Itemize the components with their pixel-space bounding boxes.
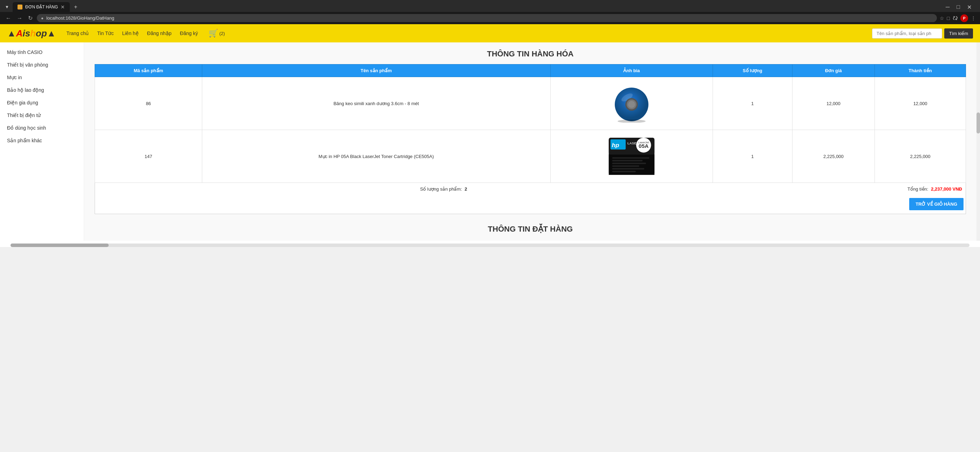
order-table: Mã sản phẩm Tên sản phẩm Ảnh bìa Số lượn…	[95, 64, 966, 214]
nav-dangky[interactable]: Đăng ký	[180, 30, 198, 36]
nav-dangnhap[interactable]: Đăng nhập	[147, 30, 172, 36]
url-text: localhost:1628/GioHang/DatHang	[46, 16, 114, 21]
col-ma-san-pham: Mã sản phẩm	[95, 64, 202, 77]
total-value: 2,237,000 VNĐ	[931, 186, 962, 192]
tab-bar: ▼ 🛒 ĐƠN ĐẶT HÀNG ✕ + ─ □ ✕	[0, 0, 980, 12]
content-layout: Máy tính CASIO Thiết bị văn phòng Mực in…	[0, 42, 980, 241]
horizontal-scrollbar[interactable]	[11, 244, 969, 247]
new-tab-btn[interactable]: +	[71, 2, 80, 11]
site-logo[interactable]: ▲Aishop▲	[7, 28, 56, 39]
search-button[interactable]: Tìm kiếm	[944, 29, 973, 38]
minimize-btn[interactable]: ─	[943, 3, 952, 11]
sidebar-item-thietbivanphong[interactable]: Thiết bị văn phòng	[0, 59, 84, 71]
url-box[interactable]: ● localhost:1628/GioHang/DatHang	[37, 14, 937, 22]
forward-btn[interactable]: →	[16, 14, 24, 22]
cell-id-2: 147	[95, 130, 202, 183]
tab-dropdown-btn[interactable]: ▼	[3, 3, 11, 11]
sidebar-item-thietbidientu[interactable]: Thiết bị điện tử	[0, 109, 84, 122]
address-bar: ← → ↻ ● localhost:1628/GioHang/DatHang ☆…	[0, 12, 980, 24]
col-so-luong: Số lượng	[713, 64, 792, 77]
col-thanh-tien: Thành tiền	[875, 64, 966, 77]
nav-trangchu[interactable]: Trang chủ	[67, 30, 89, 36]
svg-point-5	[617, 119, 646, 123]
product-count-label: Số lượng sản phẩm:	[420, 186, 462, 192]
lock-icon: ●	[41, 16, 43, 21]
browser-chrome: ▼ 🛒 ĐƠN ĐẶT HÀNG ✕ + ─ □ ✕ ← → ↻ ● local…	[0, 0, 980, 24]
cell-name-1: Băng keo simili xanh dương 3.6cm - 8 mét	[202, 77, 550, 130]
sidebar-item-baoholaodong[interactable]: Bảo hộ lao động	[0, 84, 84, 96]
sidebar: Máy tính CASIO Thiết bị văn phòng Mực in…	[0, 42, 84, 241]
tab-close-btn[interactable]: ✕	[60, 4, 65, 10]
cart-count: (2)	[220, 31, 225, 36]
sidebar-item-sanphamkhac[interactable]: Sản phẩm khác	[0, 134, 84, 147]
table-row: 147 Mực in HP 05A Black LaserJet Toner C…	[95, 130, 966, 183]
svg-rect-16	[612, 160, 643, 162]
summary-row: Số lượng sản phẩm: 2 Tổng tiền: 2,237,00…	[95, 183, 966, 196]
cell-name-2: Mực in HP 05A Black LaserJet Toner Cartr…	[202, 130, 550, 183]
menu-icon[interactable]: ⋮	[971, 16, 976, 21]
main-nav: Trang chủ Tin Tức Liên hệ Đăng nhập Đăng…	[67, 30, 198, 36]
cart-icon-symbol: 🛒	[208, 29, 218, 38]
page-wrapper: ▲Aishop▲ Trang chủ Tin Tức Liên hệ Đăng …	[0, 24, 980, 247]
cell-qty-2: 1	[713, 130, 792, 183]
svg-text:05A: 05A	[639, 143, 648, 149]
product-count-area: Số lượng sản phẩm: 2	[95, 183, 792, 196]
cell-unit-2: 2,225,000	[792, 130, 875, 183]
cell-img-1	[550, 77, 713, 130]
active-tab[interactable]: 🛒 ĐƠN ĐẶT HÀNG ✕	[13, 2, 70, 12]
window-controls: ─ □ ✕	[943, 3, 977, 11]
bookmark-icon[interactable]: ☆	[940, 16, 944, 21]
search-area: Tìm kiếm	[872, 29, 973, 38]
main-content: THÔNG TIN HÀNG HÓA Mã sản phẩm Tên sản p…	[84, 42, 977, 241]
refresh-btn[interactable]: ↻	[27, 14, 34, 22]
nav-lienhe[interactable]: Liên hệ	[122, 30, 138, 36]
tab-favicon: 🛒	[18, 5, 22, 10]
extension-icon[interactable]: 🗘	[953, 16, 958, 21]
total-label: Tổng tiền:	[907, 186, 928, 192]
svg-rect-19	[612, 168, 644, 170]
svg-text:hp: hp	[612, 142, 619, 148]
scrollbar-thumb[interactable]	[977, 113, 980, 134]
nav-tintuc[interactable]: Tin Tức	[97, 30, 114, 36]
svg-rect-15	[612, 157, 649, 159]
sidebar-item-dodunghocsinh[interactable]: Đồ dùng học sinh	[0, 122, 84, 134]
sidebar-item-mucin[interactable]: Mực in	[0, 71, 84, 84]
back-to-cart-btn[interactable]: TRỞ VỀ GIỎ HÀNG	[909, 198, 964, 210]
toner-image: hp LASERJET LaserJet 05A	[607, 134, 656, 179]
svg-point-4	[628, 101, 635, 108]
search-input[interactable]	[872, 29, 942, 38]
toner-svg: hp LASERJET LaserJet 05A	[607, 134, 656, 179]
svg-rect-18	[612, 166, 639, 167]
tape-svg	[612, 84, 651, 123]
profile-btn[interactable]: P	[960, 14, 968, 22]
cart-btn[interactable]: 🛒 (2)	[208, 29, 225, 38]
back-btn[interactable]: ←	[4, 14, 13, 22]
vertical-scrollbar[interactable]	[977, 42, 980, 241]
col-ten-san-pham: Tên sản phẩm	[202, 64, 550, 77]
cell-unit-1: 12,000	[792, 77, 875, 130]
tape-image	[611, 81, 652, 126]
back-btn-row: TRỞ VỀ GIỎ HÀNG	[95, 195, 966, 214]
site-header: ▲Aishop▲ Trang chủ Tin Tức Liên hệ Đăng …	[0, 24, 980, 42]
svg-rect-17	[612, 162, 646, 164]
total-area: Tổng tiền: 2,237,000 VNĐ	[792, 183, 966, 196]
tab-title: ĐƠN ĐẶT HÀNG	[25, 5, 58, 10]
restore-btn[interactable]: □	[954, 3, 963, 11]
section-title-hang-hoa: THÔNG TIN HÀNG HÓA	[95, 49, 966, 59]
svg-rect-20	[612, 171, 636, 172]
screenshot-icon[interactable]: □	[947, 16, 950, 21]
cell-total-2: 2,225,000	[875, 130, 966, 183]
table-row: 86 Băng keo simili xanh dương 3.6cm - 8 …	[95, 77, 966, 130]
cell-total-1: 12,000	[875, 77, 966, 130]
sidebar-item-maytinhcasio[interactable]: Máy tính CASIO	[0, 46, 84, 59]
cell-img-2: hp LASERJET LaserJet 05A	[550, 130, 713, 183]
sidebar-item-dienthoaigiadung[interactable]: Điện gia dụng	[0, 96, 84, 109]
section-title-dat-hang: THÔNG TIN ĐẶT HÀNG	[95, 224, 966, 234]
col-don-gia: Đơn giá	[792, 64, 875, 77]
cell-id-1: 86	[95, 77, 202, 130]
cell-qty-1: 1	[713, 77, 792, 130]
close-btn[interactable]: ✕	[964, 3, 974, 11]
h-scrollbar-thumb[interactable]	[11, 244, 109, 247]
product-count-value: 2	[465, 186, 467, 192]
address-bar-right: ☆ □ 🗘 P ⋮	[940, 14, 976, 22]
